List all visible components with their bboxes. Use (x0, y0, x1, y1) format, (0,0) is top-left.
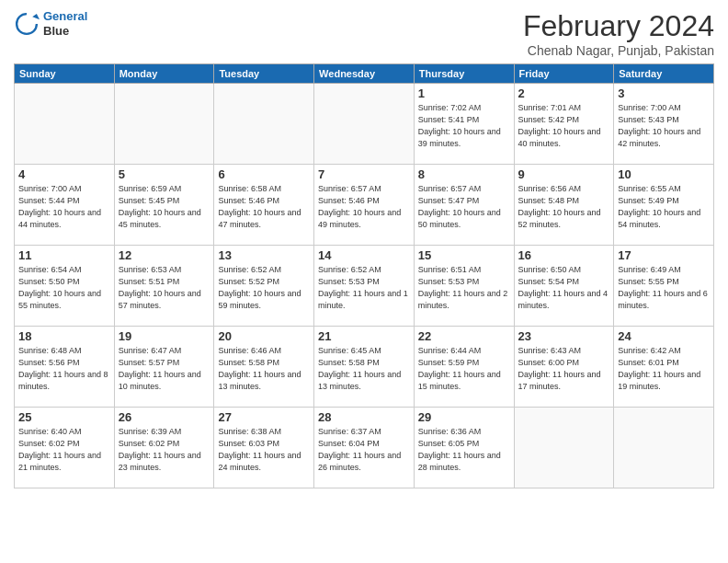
calendar-cell (314, 84, 415, 165)
day-info: Sunrise: 7:00 AM Sunset: 5:43 PM Dayligh… (618, 102, 710, 150)
day-info: Sunrise: 6:43 AM Sunset: 6:00 PM Dayligh… (518, 345, 610, 393)
day-info: Sunrise: 6:42 AM Sunset: 6:01 PM Dayligh… (618, 345, 710, 393)
calendar-cell: 1Sunrise: 7:02 AM Sunset: 5:41 PM Daylig… (414, 84, 514, 165)
logo: General Blue (14, 9, 87, 38)
calendar: SundayMondayTuesdayWednesdayThursdayFrid… (14, 63, 714, 488)
calendar-cell (15, 84, 115, 165)
day-number: 4 (18, 167, 110, 181)
day-number: 18 (18, 329, 110, 343)
day-number: 11 (18, 248, 110, 262)
day-number: 12 (119, 248, 210, 262)
calendar-cell (614, 408, 714, 488)
calendar-cell: 22Sunrise: 6:44 AM Sunset: 5:59 PM Dayli… (414, 327, 514, 408)
day-number: 22 (418, 329, 510, 343)
day-header-friday: Friday (514, 64, 614, 84)
day-info: Sunrise: 6:53 AM Sunset: 5:51 PM Dayligh… (119, 264, 210, 312)
day-info: Sunrise: 6:57 AM Sunset: 5:46 PM Dayligh… (318, 183, 410, 231)
day-info: Sunrise: 6:54 AM Sunset: 5:50 PM Dayligh… (18, 264, 110, 312)
week-row-2: 4Sunrise: 7:00 AM Sunset: 5:44 PM Daylig… (15, 165, 714, 246)
day-info: Sunrise: 6:58 AM Sunset: 5:46 PM Dayligh… (218, 183, 310, 231)
title-block: February 2024 Chenab Nagar, Punjab, Paki… (523, 9, 714, 58)
calendar-cell: 27Sunrise: 6:38 AM Sunset: 6:03 PM Dayli… (214, 408, 314, 488)
day-header-wednesday: Wednesday (314, 64, 415, 84)
calendar-header-row: SundayMondayTuesdayWednesdayThursdayFrid… (15, 64, 714, 84)
day-number: 3 (618, 86, 710, 100)
day-info: Sunrise: 6:45 AM Sunset: 5:58 PM Dayligh… (318, 345, 410, 393)
calendar-cell: 9Sunrise: 6:56 AM Sunset: 5:48 PM Daylig… (514, 165, 614, 246)
day-number: 1 (418, 86, 510, 100)
calendar-cell: 29Sunrise: 6:36 AM Sunset: 6:05 PM Dayli… (414, 408, 514, 488)
day-info: Sunrise: 6:51 AM Sunset: 5:53 PM Dayligh… (418, 264, 510, 312)
calendar-cell: 13Sunrise: 6:52 AM Sunset: 5:52 PM Dayli… (214, 246, 314, 327)
day-info: Sunrise: 6:52 AM Sunset: 5:52 PM Dayligh… (218, 264, 310, 312)
day-number: 17 (618, 248, 710, 262)
page: General Blue February 2024 Chenab Nagar,… (0, 0, 728, 563)
calendar-cell (114, 84, 214, 165)
calendar-cell: 24Sunrise: 6:42 AM Sunset: 6:01 PM Dayli… (614, 327, 714, 408)
week-row-5: 25Sunrise: 6:40 AM Sunset: 6:02 PM Dayli… (15, 408, 714, 488)
day-number: 14 (318, 248, 410, 262)
calendar-cell: 16Sunrise: 6:50 AM Sunset: 5:54 PM Dayli… (514, 246, 614, 327)
day-info: Sunrise: 6:46 AM Sunset: 5:58 PM Dayligh… (218, 345, 310, 393)
calendar-cell: 8Sunrise: 6:57 AM Sunset: 5:47 PM Daylig… (414, 165, 514, 246)
day-number: 24 (618, 329, 710, 343)
day-info: Sunrise: 6:47 AM Sunset: 5:57 PM Dayligh… (119, 345, 210, 393)
calendar-cell (514, 408, 614, 488)
calendar-cell: 7Sunrise: 6:57 AM Sunset: 5:46 PM Daylig… (314, 165, 415, 246)
calendar-cell: 23Sunrise: 6:43 AM Sunset: 6:00 PM Dayli… (514, 327, 614, 408)
calendar-cell: 14Sunrise: 6:52 AM Sunset: 5:53 PM Dayli… (314, 246, 415, 327)
logo-icon (14, 11, 40, 37)
day-info: Sunrise: 6:56 AM Sunset: 5:48 PM Dayligh… (518, 183, 610, 231)
header: General Blue February 2024 Chenab Nagar,… (14, 9, 714, 58)
day-info: Sunrise: 6:57 AM Sunset: 5:47 PM Dayligh… (418, 183, 510, 231)
calendar-cell: 2Sunrise: 7:01 AM Sunset: 5:42 PM Daylig… (514, 84, 614, 165)
day-info: Sunrise: 6:36 AM Sunset: 6:05 PM Dayligh… (418, 426, 510, 474)
day-info: Sunrise: 6:38 AM Sunset: 6:03 PM Dayligh… (218, 426, 310, 474)
week-row-1: 1Sunrise: 7:02 AM Sunset: 5:41 PM Daylig… (15, 84, 714, 165)
day-number: 23 (518, 329, 610, 343)
day-info: Sunrise: 6:55 AM Sunset: 5:49 PM Dayligh… (618, 183, 710, 231)
day-header-saturday: Saturday (614, 64, 714, 84)
calendar-cell: 6Sunrise: 6:58 AM Sunset: 5:46 PM Daylig… (214, 165, 314, 246)
day-info: Sunrise: 7:02 AM Sunset: 5:41 PM Dayligh… (418, 102, 510, 150)
calendar-cell: 21Sunrise: 6:45 AM Sunset: 5:58 PM Dayli… (314, 327, 415, 408)
day-number: 10 (618, 167, 710, 181)
day-info: Sunrise: 6:40 AM Sunset: 6:02 PM Dayligh… (18, 426, 110, 474)
day-number: 7 (318, 167, 410, 181)
calendar-cell: 19Sunrise: 6:47 AM Sunset: 5:57 PM Dayli… (114, 327, 214, 408)
calendar-cell: 5Sunrise: 6:59 AM Sunset: 5:45 PM Daylig… (114, 165, 214, 246)
logo-text: General Blue (43, 9, 87, 38)
day-info: Sunrise: 6:49 AM Sunset: 5:55 PM Dayligh… (618, 264, 710, 312)
day-info: Sunrise: 6:37 AM Sunset: 6:04 PM Dayligh… (318, 426, 410, 474)
day-number: 28 (318, 410, 410, 424)
day-number: 29 (418, 410, 510, 424)
day-number: 5 (119, 167, 210, 181)
day-number: 13 (218, 248, 310, 262)
day-number: 2 (518, 86, 610, 100)
day-number: 8 (418, 167, 510, 181)
day-info: Sunrise: 6:50 AM Sunset: 5:54 PM Dayligh… (518, 264, 610, 312)
calendar-cell: 12Sunrise: 6:53 AM Sunset: 5:51 PM Dayli… (114, 246, 214, 327)
calendar-cell: 15Sunrise: 6:51 AM Sunset: 5:53 PM Dayli… (414, 246, 514, 327)
calendar-cell: 18Sunrise: 6:48 AM Sunset: 5:56 PM Dayli… (15, 327, 115, 408)
day-header-sunday: Sunday (15, 64, 115, 84)
day-number: 15 (418, 248, 510, 262)
calendar-cell: 17Sunrise: 6:49 AM Sunset: 5:55 PM Dayli… (614, 246, 714, 327)
day-info: Sunrise: 7:00 AM Sunset: 5:44 PM Dayligh… (18, 183, 110, 231)
day-info: Sunrise: 6:52 AM Sunset: 5:53 PM Dayligh… (318, 264, 410, 312)
day-header-tuesday: Tuesday (214, 64, 314, 84)
calendar-cell: 28Sunrise: 6:37 AM Sunset: 6:04 PM Dayli… (314, 408, 415, 488)
week-row-4: 18Sunrise: 6:48 AM Sunset: 5:56 PM Dayli… (15, 327, 714, 408)
day-number: 6 (218, 167, 310, 181)
day-number: 21 (318, 329, 410, 343)
calendar-cell: 10Sunrise: 6:55 AM Sunset: 5:49 PM Dayli… (614, 165, 714, 246)
day-info: Sunrise: 6:44 AM Sunset: 5:59 PM Dayligh… (418, 345, 510, 393)
day-number: 16 (518, 248, 610, 262)
day-number: 25 (18, 410, 110, 424)
calendar-cell: 4Sunrise: 7:00 AM Sunset: 5:44 PM Daylig… (15, 165, 115, 246)
month-title: February 2024 (523, 9, 714, 43)
calendar-cell (214, 84, 314, 165)
calendar-cell: 20Sunrise: 6:46 AM Sunset: 5:58 PM Dayli… (214, 327, 314, 408)
day-number: 19 (119, 329, 210, 343)
day-number: 27 (218, 410, 310, 424)
